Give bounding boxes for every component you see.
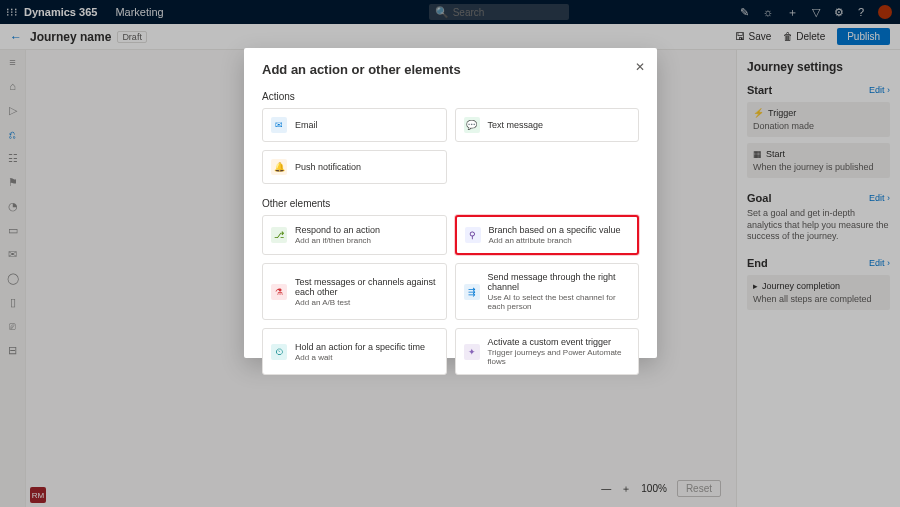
- channel-icon: ⇶: [464, 284, 480, 300]
- action-branch-value[interactable]: ⚲ Branch based on a specific valueAdd an…: [455, 215, 640, 255]
- ab-test-icon: ⚗: [271, 284, 287, 300]
- action-hold[interactable]: ⏲ Hold an action for a specific timeAdd …: [262, 328, 447, 375]
- other-group-label: Other elements: [262, 198, 639, 209]
- action-text-message[interactable]: 💬 Text message: [455, 108, 640, 142]
- custom-trigger-icon: ✦: [464, 344, 480, 360]
- modal-title: Add an action or other elements: [262, 62, 639, 77]
- branch-icon: ⎇: [271, 227, 287, 243]
- action-respond[interactable]: ⎇ Respond to an actionAdd an if/then bra…: [262, 215, 447, 255]
- action-push-notification[interactable]: 🔔 Push notification: [262, 150, 447, 184]
- email-icon: ✉: [271, 117, 287, 133]
- action-right-channel[interactable]: ⇶ Send message through the right channel…: [455, 263, 640, 320]
- close-button[interactable]: ✕: [635, 60, 645, 74]
- action-ab-test[interactable]: ⚗ Test messages or channels against each…: [262, 263, 447, 320]
- attribute-branch-icon: ⚲: [465, 227, 481, 243]
- action-custom-trigger[interactable]: ✦ Activate a custom event triggerTrigger…: [455, 328, 640, 375]
- action-email[interactable]: ✉ Email: [262, 108, 447, 142]
- add-action-modal: Add an action or other elements ✕ Action…: [244, 48, 657, 358]
- sms-icon: 💬: [464, 117, 480, 133]
- push-icon: 🔔: [271, 159, 287, 175]
- clock-icon: ⏲: [271, 344, 287, 360]
- actions-group-label: Actions: [262, 91, 639, 102]
